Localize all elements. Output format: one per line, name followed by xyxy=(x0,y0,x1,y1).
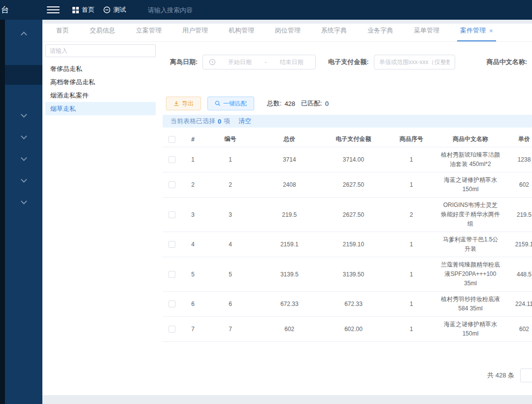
table-body: 1 1 3714 3714.00 1 植村秀新琥珀臻萃洁颜油套装 450ml*2… xyxy=(163,147,532,350)
cell-unit-price: 602 xyxy=(502,178,532,191)
top-navbar: 台 首页 测试 xyxy=(0,0,532,20)
category-panel: 奢侈品走私 高档奢侈品走私 烟酒走私案件 烟草走私 xyxy=(42,42,163,395)
cell-index: 6 xyxy=(181,298,204,310)
chevron-down-icon xyxy=(21,198,27,204)
date-separator: - xyxy=(264,59,267,66)
cell-product-name: 兰蔻菁纯臻颜精华粉底液SPF20PA+++100 35ml xyxy=(438,257,502,291)
cell-product-seq: 2 xyxy=(384,208,438,221)
column-header-total[interactable]: 总价 xyxy=(256,132,323,146)
chevron-down-icon xyxy=(21,176,27,183)
row-checkbox[interactable] xyxy=(168,211,175,218)
cell-total-price: 672.33 xyxy=(256,298,323,310)
main-panel: 首页 交易信息 立案管理 用户管理 机构管理 岗位管理 系统字典 业务字典 菜单… xyxy=(42,24,532,395)
cell-product-seq: 1 xyxy=(384,348,438,350)
matched-label: 已匹配: xyxy=(301,99,322,108)
category-list-item[interactable]: 高档奢侈品走私 xyxy=(45,75,156,89)
row-checkbox[interactable] xyxy=(168,241,175,248)
tab-label: 立案管理 xyxy=(136,26,162,35)
global-search-input[interactable] xyxy=(148,6,227,14)
select-all-checkbox[interactable] xyxy=(168,136,175,143)
date-start-placeholder[interactable]: 开始日期 xyxy=(216,58,264,67)
row-checkbox[interactable] xyxy=(168,271,175,278)
category-list-item[interactable]: 烟酒走私案件 xyxy=(45,89,156,102)
cell-epay-amount: 1004.58 xyxy=(323,348,384,350)
download-icon xyxy=(173,101,179,106)
cell-product-name: 卡诗菁纯亮泽经典香氛 xyxy=(438,347,502,350)
category-list-item[interactable]: 烟草走私 xyxy=(45,102,156,115)
date-filter-label: 离岛日期: xyxy=(170,58,198,67)
cell-index: 1 xyxy=(181,153,204,166)
topmenu-home[interactable]: 首页 xyxy=(72,5,95,14)
category-search-input[interactable] xyxy=(45,44,156,57)
topmenu-home-label: 首页 xyxy=(82,5,95,14)
sidebar-group-1[interactable] xyxy=(5,104,42,126)
row-checkbox[interactable] xyxy=(168,181,175,188)
column-header-code[interactable]: 编号 xyxy=(204,132,256,146)
page-size-select[interactable] xyxy=(520,369,532,382)
sidebar-group-4[interactable] xyxy=(5,169,42,191)
export-button[interactable]: 导出 xyxy=(166,97,201,110)
tab-label: 首页 xyxy=(56,26,69,35)
tab[interactable]: 系统字典 xyxy=(318,26,350,41)
category-list-item[interactable]: 奢侈品走私 xyxy=(45,62,156,75)
left-edge-strip xyxy=(0,20,5,404)
cell-product-seq: 1 xyxy=(384,323,438,336)
cell-epay-amount: 3139.50 xyxy=(323,268,384,281)
date-end-placeholder[interactable]: 结束日期 xyxy=(267,58,315,67)
table-row: 4 4 2159.1 2159.10 1 马爹利蓝带干邑1.5公升装 2159.… xyxy=(163,232,532,257)
column-header-unit[interactable]: 单价 xyxy=(502,132,532,146)
footer-total-text: 共 428 条 xyxy=(487,371,514,380)
tab-close-icon[interactable]: × xyxy=(489,28,493,34)
export-button-label: 导出 xyxy=(182,100,194,108)
sidebar-group-5[interactable] xyxy=(5,191,42,213)
selection-count: 0 xyxy=(218,118,221,125)
cell-code: 4 xyxy=(204,238,256,251)
sidebar-active-item[interactable] xyxy=(5,65,42,85)
column-header-seq[interactable]: 商品序号 xyxy=(384,132,438,146)
cell-index: 5 xyxy=(181,268,204,281)
table-row: 5 5 3139.5 3139.50 1 兰蔻菁纯臻颜精华粉底液SPF20PA+… xyxy=(163,257,532,292)
row-checkbox[interactable] xyxy=(168,156,175,163)
row-checkbox[interactable] xyxy=(168,301,175,307)
one-click-match-button[interactable]: 一键匹配 xyxy=(207,97,254,110)
tab[interactable]: 交易信息 xyxy=(87,26,118,41)
sidebar-group-2[interactable] xyxy=(5,126,42,148)
tab[interactable]: 岗位管理 xyxy=(272,26,303,41)
clear-selection-link[interactable]: 清空 xyxy=(238,117,251,126)
column-header-index[interactable]: # xyxy=(181,133,204,146)
tab[interactable]: 菜单管理 xyxy=(411,26,442,41)
cell-unit-price: 448.5 xyxy=(502,268,532,281)
tab[interactable]: 首页 xyxy=(53,26,72,41)
cell-product-name: 海蓝之谜修护精萃水 150ml xyxy=(438,317,502,341)
topmenu-test[interactable]: 测试 xyxy=(103,5,126,14)
tab-label: 菜单管理 xyxy=(414,26,439,35)
cell-product-name: ORIGINS韦博士灵芝焕能好度子精华水两件组 xyxy=(438,198,502,232)
column-header-name[interactable]: 商品中文名称 xyxy=(438,132,502,147)
tab[interactable]: 业务字典 xyxy=(365,26,396,41)
cell-total-price: 2159.1 xyxy=(256,238,323,251)
row-checkbox[interactable] xyxy=(168,326,175,333)
cell-code: 6 xyxy=(204,298,256,310)
tab-label: 岗位管理 xyxy=(275,26,300,35)
tab[interactable]: 用户管理 xyxy=(179,26,211,41)
topmenu-test-label: 测试 xyxy=(113,5,126,14)
tab[interactable]: 机构管理 xyxy=(226,26,257,41)
amount-filter-input[interactable] xyxy=(374,55,455,69)
cell-code: 5 xyxy=(204,268,256,281)
cell-index: 8 xyxy=(181,348,204,350)
tab[interactable]: 立案管理 xyxy=(133,26,165,41)
results-table: # 编号 总价 电子支付金额 商品序号 商品中文名称 单价 1 1 3714 3… xyxy=(163,132,532,350)
cell-unit-price: 224.11 xyxy=(502,298,532,310)
sidebar-group-3[interactable] xyxy=(5,148,42,169)
cell-total-price: 1004.58 xyxy=(256,348,323,350)
tab[interactable]: 案件管理 × xyxy=(457,26,496,41)
filter-amount-group: 电子支付金额: xyxy=(328,55,455,69)
column-header-epay[interactable]: 电子支付金额 xyxy=(323,132,384,146)
cell-index: 2 xyxy=(181,178,204,191)
date-range-picker[interactable]: 开始日期 - 结束日期 xyxy=(202,55,316,69)
sidebar-collapse-item[interactable] xyxy=(5,23,42,44)
amount-filter-label: 电子支付金额: xyxy=(328,58,368,67)
hamburger-menu-icon[interactable] xyxy=(47,4,60,15)
tab-label: 业务字典 xyxy=(367,26,393,35)
cell-epay-amount: 3714.00 xyxy=(323,153,384,166)
